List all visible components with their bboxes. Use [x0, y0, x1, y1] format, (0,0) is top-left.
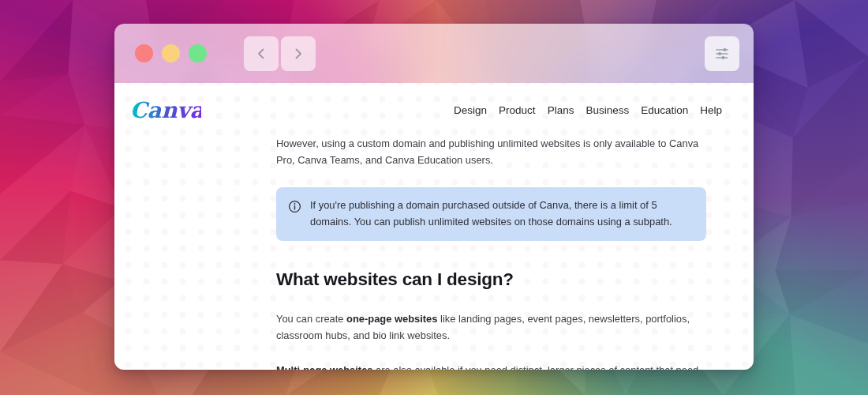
- minimize-button[interactable]: [162, 44, 180, 62]
- nav-item-plans[interactable]: Plans: [548, 104, 574, 116]
- nav-item-business[interactable]: Business: [586, 104, 629, 116]
- page-content: Canva Design Product Plans Business Educ…: [114, 83, 754, 370]
- multi-page-websites-paragraph: Multi-page websites are also available i…: [276, 363, 706, 370]
- callout-text: If you're publishing a domain purchased …: [310, 198, 692, 231]
- chevron-right-icon: [291, 47, 305, 61]
- nav-item-product[interactable]: Product: [499, 104, 536, 116]
- traffic-lights: [135, 44, 207, 62]
- article-body: However, using a custom domain and publi…: [276, 136, 706, 370]
- intro-paragraph: However, using a custom domain and publi…: [276, 136, 706, 168]
- chevron-left-icon: [254, 47, 268, 61]
- close-button[interactable]: [135, 44, 153, 62]
- section-heading: What websites can I design?: [276, 265, 706, 294]
- browser-window: Canva Design Product Plans Business Educ…: [114, 24, 754, 370]
- settings-button[interactable]: [705, 36, 739, 71]
- site-header: Canva Design Product Plans Business Educ…: [114, 83, 754, 126]
- info-callout: If you're publishing a domain purchased …: [276, 187, 706, 241]
- forward-button[interactable]: [281, 36, 316, 71]
- canva-logo[interactable]: Canva: [129, 95, 201, 126]
- nav-item-education[interactable]: Education: [641, 104, 688, 116]
- back-button[interactable]: [244, 36, 279, 71]
- history-navigation: [244, 36, 316, 71]
- main-navigation: Design Product Plans Business Education …: [454, 104, 722, 116]
- nav-item-help[interactable]: Help: [700, 104, 722, 116]
- info-circle-icon: [288, 200, 301, 213]
- one-page-websites-paragraph: You can create one-page websites like la…: [276, 311, 706, 344]
- zoom-button[interactable]: [189, 44, 207, 62]
- browser-chrome-bar: [114, 24, 754, 83]
- canva-logo-text: Canva: [130, 97, 201, 123]
- nav-item-design[interactable]: Design: [454, 104, 487, 116]
- sliders-icon: [713, 45, 731, 62]
